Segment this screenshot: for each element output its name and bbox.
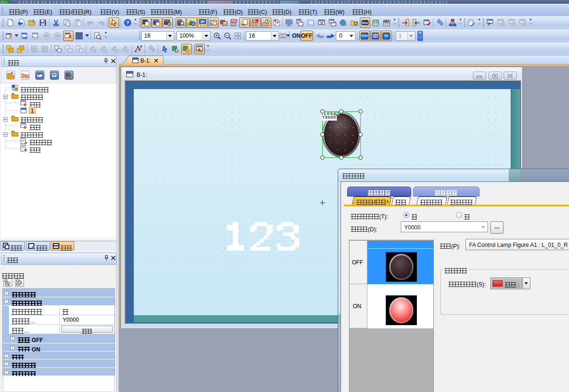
svg-text:IP: IP: [201, 20, 204, 24]
svg-text:DATA: DATA: [231, 19, 237, 22]
svg-text:Dev: Dev: [374, 20, 378, 23]
svg-text:?: ?: [126, 20, 130, 25]
svg-text:Dev: Dev: [362, 21, 368, 24]
